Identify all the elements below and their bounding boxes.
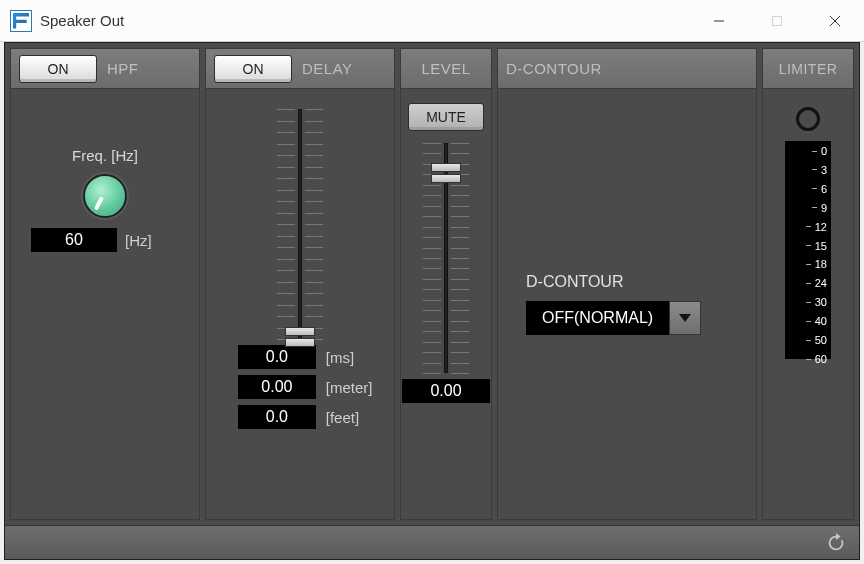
limiter-body: 03691215182430405060 xyxy=(763,89,853,519)
dcontour-body: D-CONTOUR OFF(NORMAL) xyxy=(498,89,756,519)
window-buttons xyxy=(690,0,864,41)
delay-slider[interactable] xyxy=(277,109,323,339)
level-panel: LEVEL MUTE 0.00 xyxy=(400,48,492,520)
minimize-button[interactable] xyxy=(690,0,748,41)
delay-ms-unit: [ms] xyxy=(326,349,380,366)
delay-meter-value[interactable]: 0.00 xyxy=(238,375,316,399)
hpf-freq-unit: [Hz] xyxy=(125,232,179,249)
panels: ON HPF Freq. [Hz] 60 [Hz] ON DELAY xyxy=(5,43,859,525)
statusbar xyxy=(5,525,859,559)
delay-ms-value[interactable]: 0.0 xyxy=(238,345,316,369)
level-header-label: LEVEL xyxy=(421,60,470,77)
delay-header: ON DELAY xyxy=(206,49,394,89)
limiter-scale-label: 6 xyxy=(812,183,827,195)
dcontour-label: D-CONTOUR xyxy=(526,273,623,291)
hpf-body: Freq. [Hz] 60 [Hz] xyxy=(11,89,199,519)
limiter-header-label: LIMITER xyxy=(779,61,838,77)
dcontour-header-label: D-CONTOUR xyxy=(506,60,602,77)
hpf-header-label: HPF xyxy=(107,60,139,77)
app-icon xyxy=(10,10,32,32)
hpf-on-button[interactable]: ON xyxy=(19,55,97,83)
limiter-scale-label: 40 xyxy=(806,315,827,327)
level-body: MUTE 0.00 xyxy=(401,89,491,519)
dcontour-dropdown[interactable]: OFF(NORMAL) xyxy=(526,301,701,335)
hpf-freq-knob[interactable] xyxy=(83,174,127,218)
limiter-panel: LIMITER 03691215182430405060 xyxy=(762,48,854,520)
hpf-panel: ON HPF Freq. [Hz] 60 [Hz] xyxy=(10,48,200,520)
dcontour-dropdown-button[interactable] xyxy=(669,301,701,335)
hpf-freq-label: Freq. [Hz] xyxy=(11,147,199,164)
dcontour-panel: D-CONTOUR D-CONTOUR OFF(NORMAL) xyxy=(497,48,757,520)
window-title: Speaker Out xyxy=(40,12,690,29)
limiter-meter: 03691215182430405060 xyxy=(785,141,831,359)
level-slider[interactable] xyxy=(423,143,469,373)
svg-rect-1 xyxy=(773,16,782,25)
dcontour-header: D-CONTOUR xyxy=(498,49,756,89)
hpf-header: ON HPF xyxy=(11,49,199,89)
delay-feet-value[interactable]: 0.0 xyxy=(238,405,316,429)
refresh-button[interactable] xyxy=(825,532,847,554)
limiter-scale-label: 60 xyxy=(806,353,827,365)
delay-slider-thumb[interactable] xyxy=(285,327,315,347)
delay-meter-unit: [meter] xyxy=(326,379,380,396)
chevron-down-icon xyxy=(679,314,691,322)
level-value[interactable]: 0.00 xyxy=(402,379,490,403)
limiter-scale-label: 9 xyxy=(812,202,827,214)
limiter-scale-label: 3 xyxy=(812,164,827,176)
limiter-scale-label: 50 xyxy=(806,334,827,346)
limiter-scale-label: 12 xyxy=(806,221,827,233)
delay-on-button[interactable]: ON xyxy=(214,55,292,83)
close-button[interactable] xyxy=(806,0,864,41)
limiter-scale-label: 18 xyxy=(806,258,827,270)
limiter-scale-label: 30 xyxy=(806,296,827,308)
delay-header-label: DELAY xyxy=(302,60,353,77)
maximize-button[interactable] xyxy=(748,0,806,41)
level-header: LEVEL xyxy=(401,49,491,89)
limiter-header: LIMITER xyxy=(763,49,853,89)
delay-body: 0.0 [ms] 0.00 [meter] 0.0 [feet] xyxy=(206,89,394,519)
dcontour-value: OFF(NORMAL) xyxy=(526,301,669,335)
delay-feet-unit: [feet] xyxy=(326,409,380,426)
mute-button[interactable]: MUTE xyxy=(408,103,484,131)
app-frame: ON HPF Freq. [Hz] 60 [Hz] ON DELAY xyxy=(4,42,860,560)
limiter-led xyxy=(796,107,820,131)
hpf-freq-value[interactable]: 60 xyxy=(31,228,117,252)
limiter-scale-label: 0 xyxy=(812,145,827,157)
titlebar: Speaker Out xyxy=(0,0,864,42)
limiter-scale-label: 15 xyxy=(806,240,827,252)
limiter-scale-label: 24 xyxy=(806,277,827,289)
refresh-icon xyxy=(825,532,847,554)
delay-panel: ON DELAY 0.0 [ms] 0.00 xyxy=(205,48,395,520)
level-slider-thumb[interactable] xyxy=(431,163,461,183)
